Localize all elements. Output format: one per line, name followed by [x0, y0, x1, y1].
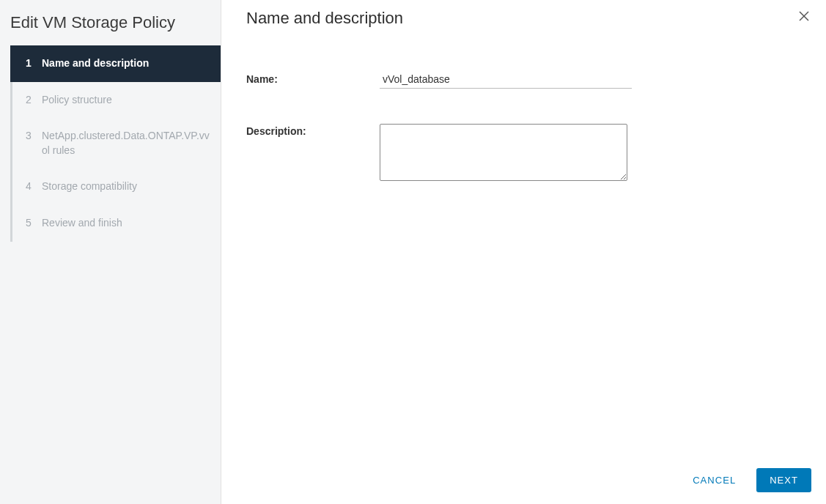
cancel-button[interactable]: CANCEL	[687, 470, 742, 490]
step-netapp-rules[interactable]: 3 NetApp.clustered.Data.ONTAP.VP.vvol ru…	[12, 118, 221, 168]
form-body: Name: Description:	[221, 35, 826, 456]
step-number: 4	[26, 179, 39, 194]
close-icon[interactable]	[797, 9, 811, 23]
step-label: Policy structure	[42, 93, 212, 108]
wizard-sidebar: Edit VM Storage Policy 1 Name and descri…	[0, 0, 221, 504]
step-label: NetApp.clustered.Data.ONTAP.VP.vvol rule…	[42, 129, 212, 158]
step-number: 5	[26, 216, 39, 231]
step-number: 1	[26, 56, 39, 71]
wizard-main-panel: Name and description Name: Description: …	[221, 0, 826, 504]
dialog-title: Edit VM Storage Policy	[0, 13, 221, 45]
description-row: Description:	[246, 124, 801, 181]
next-button[interactable]: NEXT	[756, 468, 811, 492]
description-label: Description:	[246, 124, 380, 137]
step-label: Storage compatibility	[42, 179, 212, 194]
step-number: 3	[26, 129, 39, 144]
step-storage-compatibility[interactable]: 4 Storage compatibility	[12, 168, 221, 205]
name-input[interactable]	[380, 72, 632, 89]
step-review-and-finish[interactable]: 5 Review and finish	[12, 205, 221, 242]
edit-vm-storage-policy-dialog: Edit VM Storage Policy 1 Name and descri…	[0, 0, 826, 504]
wizard-footer: CANCEL NEXT	[221, 456, 826, 504]
step-name-and-description[interactable]: 1 Name and description	[10, 45, 221, 82]
wizard-steps: 1 Name and description 2 Policy structur…	[10, 45, 221, 242]
name-row: Name:	[246, 72, 801, 89]
page-title: Name and description	[246, 9, 403, 28]
step-label: Name and description	[42, 56, 212, 71]
step-policy-structure[interactable]: 2 Policy structure	[12, 82, 221, 119]
step-label: Review and finish	[42, 216, 212, 231]
step-number: 2	[26, 93, 39, 108]
name-label: Name:	[246, 72, 380, 85]
main-header: Name and description	[221, 0, 826, 35]
description-textarea[interactable]	[380, 124, 627, 181]
